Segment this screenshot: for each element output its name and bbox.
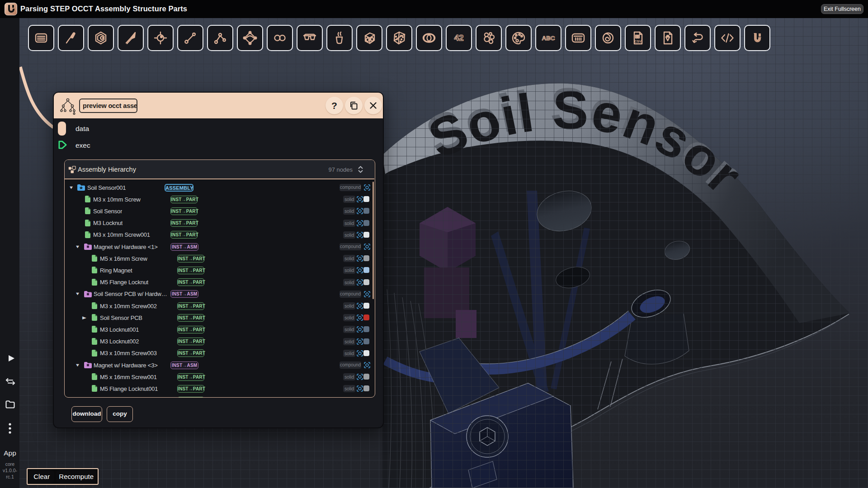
svg-text:ABC: ABC	[542, 35, 555, 42]
svg-text:CSV: CSV	[634, 39, 641, 43]
svg-text:42: 42	[454, 33, 463, 42]
